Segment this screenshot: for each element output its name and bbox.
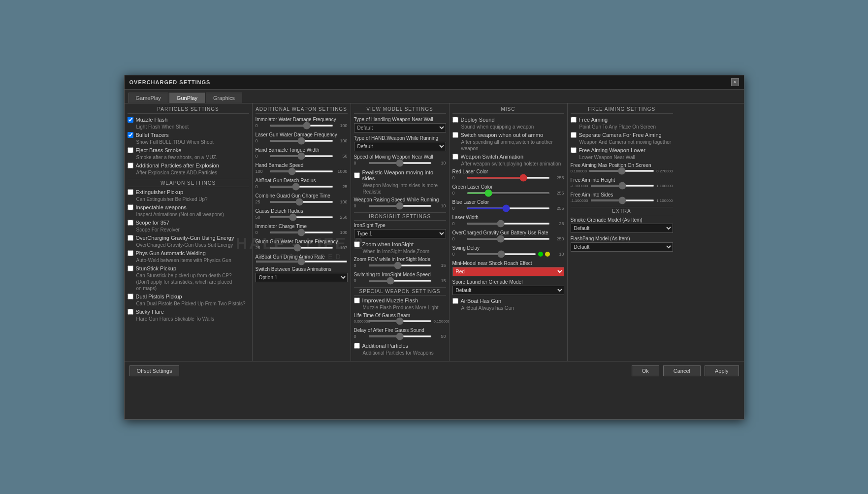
- extinguisher-checkbox[interactable]: [128, 189, 133, 195]
- flashbang-model-dropdown[interactable]: Default: [571, 242, 673, 252]
- green-laser-max: 255: [552, 191, 564, 196]
- hand-barnacle-speed-slider[interactable]: [270, 170, 333, 172]
- airboat-gun-row: AirBoat Has Gun: [452, 298, 564, 304]
- aim-sides-min: -1.100000: [571, 198, 588, 203]
- improved-muzzle-checkbox[interactable]: [354, 297, 360, 303]
- gauss-detach-slider[interactable]: [270, 216, 333, 218]
- mini-model-dropdown[interactable]: Red: [452, 267, 564, 276]
- swing-delay-container: Swing Delay 0 10: [452, 245, 564, 257]
- physgun-checkbox[interactable]: [128, 250, 133, 256]
- gravity-battery-slider[interactable]: [467, 238, 550, 240]
- handling-dropdown[interactable]: Default: [354, 123, 446, 132]
- free-aiming-check-row: Free Aiming: [571, 117, 673, 123]
- stickyflare-checkbox[interactable]: [128, 309, 133, 315]
- deploy-sound-checkbox[interactable]: [452, 117, 458, 123]
- hand-barnacle-width-max: 50: [335, 154, 348, 159]
- immolator-water-slider[interactable]: [270, 125, 333, 127]
- max-pos-min: 0.100000: [571, 169, 587, 173]
- switch-ammo-row: Switch weapon when out of ammo: [452, 132, 564, 138]
- muzzle-flash-checkbox[interactable]: [128, 117, 133, 123]
- ok-button[interactable]: Ok: [632, 365, 659, 376]
- swing-delay-slider[interactable]: [467, 253, 536, 255]
- gauss-anim-dropdown[interactable]: Option 1 Option 2: [256, 273, 348, 282]
- gauss-lifetime-slider-container: Life Time Of Gauss Beam 0.000000 0.15000…: [354, 313, 446, 324]
- max-pos-slider[interactable]: [589, 170, 654, 172]
- airboat-drying-slider[interactable]: [256, 261, 348, 263]
- free-aiming-label: Free Aiming: [579, 117, 608, 123]
- spore-model-label: Spore Launcher Grenade Model: [452, 279, 564, 285]
- airboat-gun-checkbox[interactable]: [452, 298, 458, 304]
- gauss-lifetime-slider[interactable]: [368, 320, 432, 322]
- dualpistols-checkbox[interactable]: [128, 294, 133, 299]
- special-weapon-header: SPECIAL WEAPON SETTINGS: [354, 287, 446, 296]
- zoom-fov-slider[interactable]: [368, 264, 432, 266]
- sep-camera-row: Seperate Camera For Free Aiming: [571, 132, 673, 138]
- add-particles-checkbox[interactable]: [128, 163, 133, 168]
- switch-ammo-checkbox[interactable]: [452, 132, 458, 138]
- immolator-charge-slider[interactable]: [270, 231, 333, 233]
- bullet-tracers-checkbox[interactable]: [128, 132, 133, 138]
- hand-barnacle-speed-slider-container: Hand Barnacle Speed 100 1000: [256, 163, 348, 174]
- tab-gameplay[interactable]: GamePlay: [129, 93, 168, 103]
- spore-model-dropdown[interactable]: Default: [452, 286, 564, 295]
- airboat-detach-slider[interactable]: [270, 186, 333, 188]
- raising-speed-slider[interactable]: [368, 205, 432, 207]
- hand-weapon-dropdown-row: Type of HAND.Weapon While Running Defaul…: [354, 135, 446, 151]
- free-aiming-checkbox[interactable]: [571, 117, 577, 123]
- inspectable-checkbox[interactable]: [128, 204, 133, 210]
- realistic-weapon-checkbox[interactable]: [354, 172, 360, 178]
- deploy-sound-label: Deploy Sound: [461, 117, 495, 123]
- extra-header: EXTRA: [571, 207, 673, 215]
- immolator-charge-max: 100: [335, 230, 348, 235]
- blue-laser-slider[interactable]: [467, 207, 550, 209]
- eject-brass-checkbox[interactable]: [128, 147, 133, 153]
- scope357-checkbox[interactable]: [128, 220, 133, 226]
- red-laser-min: 0: [452, 175, 465, 180]
- gluon-slider-container: Gluon Gun Water Damage Frequency 25 107: [256, 239, 348, 250]
- speed-weapon-slider[interactable]: [368, 162, 432, 164]
- particles-panel: PARTICLES SETTINGS Muzzle Flash Light Fl…: [125, 103, 253, 361]
- stunstick-checkbox[interactable]: [128, 265, 133, 271]
- airboat-detach-max: 25: [335, 184, 348, 189]
- gauss-lifetime-slider-wrap: 0.000000 0.150000: [354, 319, 446, 324]
- zoom-ironsight-checkbox[interactable]: [354, 241, 360, 247]
- close-button[interactable]: ×: [731, 78, 739, 86]
- switch-ironsight-slider-wrap: 0 15: [354, 278, 446, 283]
- free-aiming-header: FREE AIMING SETTINGS: [571, 106, 673, 114]
- aim-height-slider[interactable]: [590, 185, 655, 187]
- red-laser-slider[interactable]: [467, 177, 550, 179]
- hand-barnacle-width-slider[interactable]: [270, 155, 333, 157]
- max-pos-slider-wrap: 0.100000 0.270000: [571, 169, 673, 173]
- immolator-water-slider-container: Immolator Water Damage Frequency 0 100: [256, 117, 348, 128]
- handling-dropdown-row: Type of Handling Weapon Near Wall Defaul…: [354, 117, 446, 132]
- ironsight-type-dropdown[interactable]: Type 1: [354, 229, 446, 238]
- smoke-model-dropdown[interactable]: Default: [571, 224, 673, 233]
- apply-button[interactable]: Apply: [705, 365, 739, 376]
- aim-height-slider-wrap: -1.100000 1.100000: [571, 184, 673, 188]
- aim-sides-slider[interactable]: [590, 199, 655, 201]
- zoom-fov-slider-wrap: 0 15: [354, 263, 446, 268]
- green-laser-slider[interactable]: [467, 192, 550, 194]
- aim-height-slider-container: Free Aim into Height -1.100000 1.100000: [571, 177, 673, 188]
- gauss-delay-max: 50: [434, 334, 446, 339]
- hand-weapon-dropdown[interactable]: Default: [354, 142, 446, 151]
- cancel-button[interactable]: Cancel: [663, 365, 701, 376]
- laser-width-slider[interactable]: [467, 223, 550, 225]
- combine-charge-slider[interactable]: [270, 201, 333, 203]
- lower-checkbox[interactable]: [571, 147, 577, 153]
- gluon-slider[interactable]: [270, 247, 333, 249]
- add-particles-weapons-checkbox[interactable]: [354, 343, 360, 349]
- gauss-delay-slider[interactable]: [368, 335, 432, 337]
- additional-weapon-panel: ADDITIONAL WEAPON SETTINGS Immolator Wat…: [253, 103, 351, 361]
- immolator-water-slider-wrap: 0 100: [256, 123, 348, 128]
- overcharging-checkbox[interactable]: [128, 235, 133, 241]
- airboat-gun-sublabel: AirBoat Always has Gun: [461, 305, 564, 311]
- tab-gunplay[interactable]: GunPlay: [169, 93, 205, 103]
- tab-graphics[interactable]: Graphics: [206, 93, 242, 103]
- weapon-switch-anim-checkbox[interactable]: [452, 154, 458, 160]
- offset-settings-button[interactable]: Offset Settings: [129, 365, 180, 376]
- add-particles-row: Additional Particles after Explosion: [128, 163, 249, 168]
- sep-camera-checkbox[interactable]: [571, 132, 577, 138]
- laser-gun-water-slider[interactable]: [270, 140, 333, 142]
- switch-ironsight-slider[interactable]: [368, 280, 432, 282]
